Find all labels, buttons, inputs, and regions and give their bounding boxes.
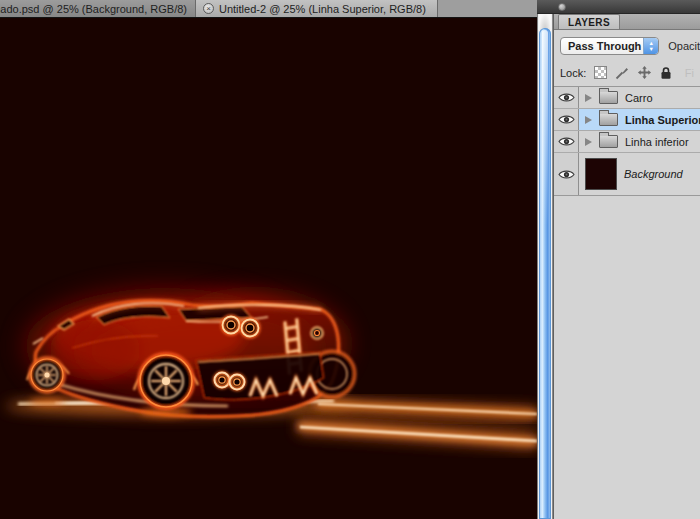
scrollbar-thumb[interactable] — [539, 28, 551, 519]
layer-row-carro[interactable]: Carro — [554, 87, 700, 109]
document-tab-asinado[interactable]: asinado.psd @ 25% (Background, RGB/8) — [0, 0, 196, 17]
document-tabbar: asinado.psd @ 25% (Background, RGB/8) × … — [0, 0, 537, 18]
document-tab-title: asinado.psd @ 25% (Background, RGB/8) — [0, 3, 195, 15]
lock-label: Lock: — [560, 67, 586, 79]
fill-label: Fi — [685, 67, 694, 79]
lock-move-icon[interactable] — [637, 65, 652, 80]
lock-paint-brush-icon[interactable] — [615, 66, 629, 80]
visibility-toggle[interactable] — [554, 131, 579, 152]
document-tab-title: Untitled-2 @ 25% (Linha Superior, RGB/8)… — [219, 3, 429, 15]
lock-all-padlock-icon[interactable] — [660, 66, 672, 80]
disclosure-triangle-icon[interactable] — [585, 138, 592, 146]
visibility-toggle[interactable] — [554, 109, 579, 130]
stepper-down-icon: ▼ — [648, 46, 653, 52]
visibility-toggle[interactable] — [554, 153, 579, 195]
visibility-toggle[interactable] — [554, 87, 579, 108]
layer-row-linha-superior[interactable]: Linha Superior — [554, 109, 700, 131]
opacity-label: Opacit — [668, 40, 700, 52]
layer-name[interactable]: Carro — [625, 92, 653, 104]
layer-name[interactable]: Linha Superior — [625, 114, 700, 126]
eye-icon — [558, 169, 575, 180]
car-artwork — [0, 18, 537, 519]
layer-thumbnail — [585, 158, 617, 190]
panel-header-bar — [537, 0, 700, 14]
canvas-vertical-scrollbar[interactable] — [537, 14, 553, 519]
lock-row: Lock: Fi — [554, 60, 700, 86]
close-tab-icon[interactable]: × — [203, 3, 214, 14]
panel-collapse-button[interactable] — [558, 3, 566, 11]
layer-name[interactable]: Linha inferior — [625, 136, 689, 148]
stepper-icon[interactable]: ▲ ▼ — [643, 38, 658, 54]
layer-row-background[interactable]: Background — [554, 153, 700, 196]
eye-icon — [558, 136, 575, 147]
layer-row-linha-inferior[interactable]: Linha inferior — [554, 131, 700, 153]
folder-icon — [599, 91, 618, 104]
disclosure-triangle-icon[interactable] — [585, 94, 592, 102]
lock-transparency-icon[interactable] — [594, 66, 607, 79]
blend-mode-row: Pass Through ▲ ▼ Opacit — [554, 30, 700, 60]
folder-icon — [599, 113, 618, 126]
blend-mode-dropdown[interactable]: Pass Through ▲ ▼ — [560, 37, 659, 55]
layers-list: Carro Linha Superior — [554, 86, 700, 196]
document-tab-untitled-2[interactable]: × Untitled-2 @ 25% (Linha Superior, RGB/… — [196, 0, 438, 17]
layers-panel: LAYERS Pass Through ▲ ▼ Opacit Lock: Fi — [553, 14, 700, 519]
eye-icon — [558, 114, 575, 125]
layer-name[interactable]: Background — [624, 168, 683, 180]
tab-layers[interactable]: LAYERS — [558, 14, 620, 29]
blend-mode-value: Pass Through — [561, 40, 643, 52]
document-canvas[interactable] — [0, 18, 537, 519]
disclosure-triangle-icon[interactable] — [585, 116, 592, 124]
layers-panel-empty-area — [554, 196, 700, 519]
panel-tabbar: LAYERS — [554, 14, 700, 30]
folder-icon — [599, 135, 618, 148]
eye-icon — [558, 92, 575, 103]
